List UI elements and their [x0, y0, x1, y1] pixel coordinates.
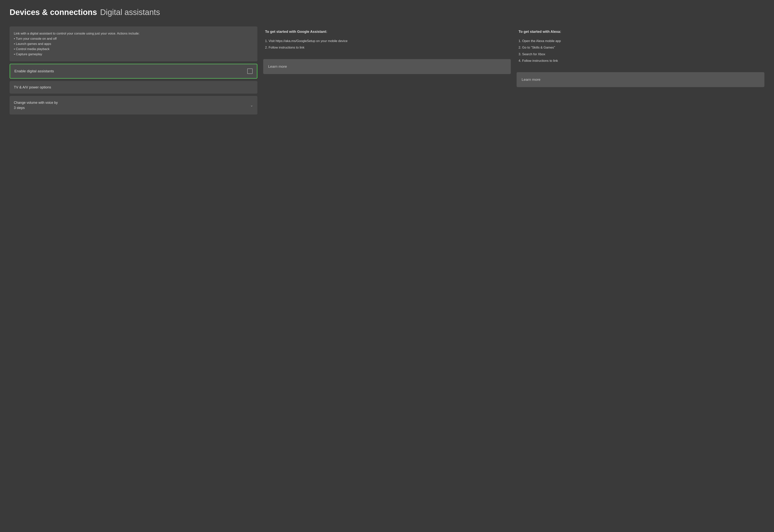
alexa-title: To get started with Alexa:	[519, 28, 762, 35]
enable-digital-assistants-button[interactable]: Enable digital assistants	[10, 64, 257, 79]
list-item: 2. Follow instructions to link	[265, 45, 509, 50]
breadcrumb: Devices & connections	[10, 8, 97, 17]
tv-power-options-button[interactable]: TV & A/V power options	[10, 81, 257, 94]
list-item: 4. Follow instructions to link	[519, 58, 762, 64]
volume-label: Change volume with voice by3 steps	[14, 100, 58, 110]
alexa-instructions: To get started with Alexa: 1. Open the A…	[517, 26, 764, 72]
alexa-learn-more-button[interactable]: Learn more	[517, 72, 764, 87]
google-learn-more-button[interactable]: Learn more	[263, 59, 511, 74]
chevron-down-icon: ⌄	[250, 103, 253, 107]
list-item: 2. Go to "Skills & Games"	[519, 45, 762, 50]
enable-checkbox[interactable]	[247, 68, 253, 74]
main-content: Link with a digital assistant to control…	[10, 26, 764, 115]
google-title: To get started with Google Assistant:	[265, 28, 509, 35]
google-steps-list: 1. Visit https://aka.ms/GoogleSetup on y…	[265, 38, 509, 50]
list-item: 1. Open the Alexa mobile app	[519, 38, 762, 44]
page-header: Devices & connections Digital assistants	[10, 8, 764, 17]
list-item: 1. Visit https://aka.ms/GoogleSetup on y…	[265, 38, 509, 44]
info-box: Link with a digital assistant to control…	[10, 26, 257, 61]
left-panel: Link with a digital assistant to control…	[10, 26, 257, 115]
page-title: Digital assistants	[100, 8, 160, 17]
alexa-steps-list: 1. Open the Alexa mobile app 2. Go to "S…	[519, 38, 762, 64]
tv-power-label: TV & A/V power options	[14, 85, 51, 89]
volume-dropdown[interactable]: Change volume with voice by3 steps ⌄	[10, 96, 257, 115]
enable-label: Enable digital assistants	[14, 69, 54, 73]
alexa-panel: To get started with Alexa: 1. Open the A…	[517, 26, 764, 87]
google-assistant-panel: To get started with Google Assistant: 1.…	[263, 26, 511, 74]
google-learn-more-label: Learn more	[268, 64, 287, 68]
alexa-learn-more-label: Learn more	[522, 78, 540, 82]
info-text: Link with a digital assistant to control…	[14, 32, 139, 56]
list-item: 3. Search for Xbox	[519, 51, 762, 57]
google-instructions: To get started with Google Assistant: 1.…	[263, 26, 511, 59]
